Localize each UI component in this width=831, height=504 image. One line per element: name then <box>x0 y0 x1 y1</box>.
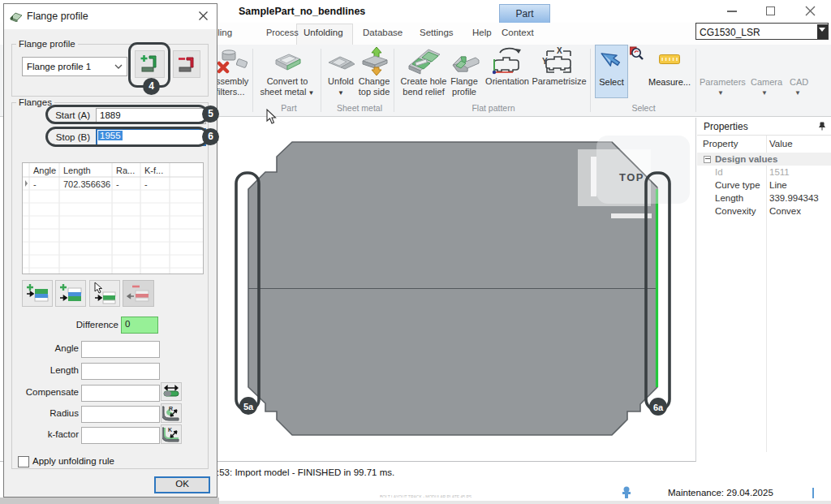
svg-text:R: R <box>169 406 173 411</box>
svg-text:K-f...: K-f... <box>144 166 163 175</box>
svg-text:TOP: TOP <box>619 171 644 183</box>
svg-text:X: X <box>557 46 562 55</box>
svg-text:K: K <box>168 427 172 433</box>
svg-text:Length: Length <box>63 166 91 175</box>
svg-text:Y: Y <box>542 57 548 66</box>
svg-text:5a: 5a <box>243 402 254 411</box>
svg-text:-: - <box>33 179 37 189</box>
svg-text:-: - <box>116 179 119 189</box>
svg-text:6a: 6a <box>653 403 664 412</box>
svg-text:702.356636: 702.356636 <box>63 179 110 189</box>
svg-text:Ra...: Ra... <box>116 166 135 175</box>
svg-text:Angle: Angle <box>33 166 56 175</box>
svg-text:-: - <box>144 179 148 189</box>
